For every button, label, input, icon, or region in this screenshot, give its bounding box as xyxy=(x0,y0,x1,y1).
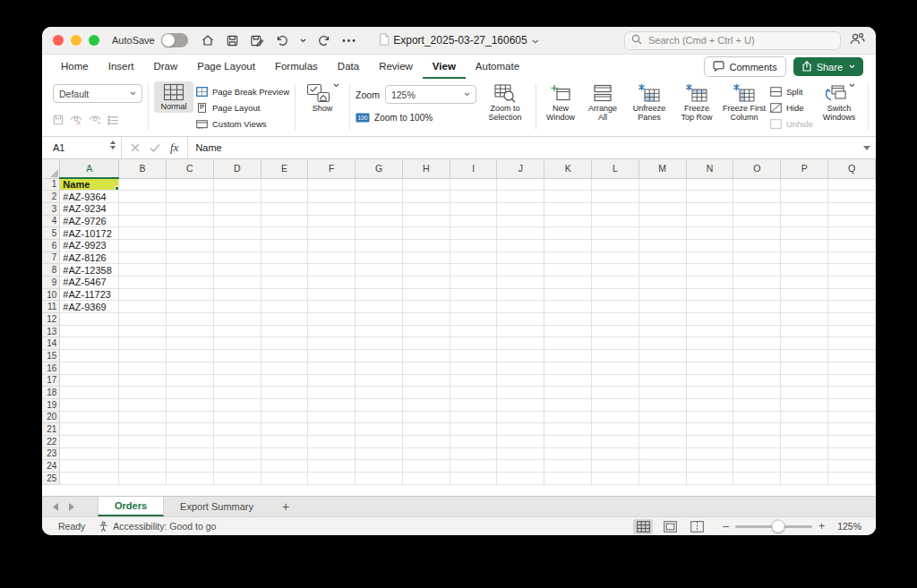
row-header-1[interactable]: 1 xyxy=(42,178,60,191)
status-normal-view-button[interactable] xyxy=(633,519,653,534)
formula-bar-expand-button[interactable] xyxy=(858,137,876,158)
row-header-22[interactable]: 22 xyxy=(42,435,60,447)
column-header-a[interactable]: A xyxy=(60,159,119,178)
cell-A7[interactable]: #AZ-8126 xyxy=(60,251,119,264)
document-title[interactable]: Export_2025-03-27_160605 xyxy=(379,27,538,54)
cell-M19[interactable] xyxy=(638,398,686,411)
cell-K3[interactable] xyxy=(544,202,592,215)
select-all-button[interactable] xyxy=(42,159,60,178)
cell-L20[interactable] xyxy=(592,411,639,423)
page-layout-button[interactable]: Page Layout xyxy=(196,101,289,114)
cell-F24[interactable] xyxy=(308,460,356,473)
cell-K1[interactable] xyxy=(544,178,592,191)
name-box-stepper[interactable] xyxy=(110,141,116,149)
cell-Q19[interactable] xyxy=(828,398,876,411)
cell-G18[interactable] xyxy=(356,387,403,399)
cell-J25[interactable] xyxy=(497,473,544,485)
cell-M18[interactable] xyxy=(638,387,686,399)
cell-P17[interactable] xyxy=(781,374,828,387)
cell-A21[interactable] xyxy=(60,423,119,436)
cell-E24[interactable] xyxy=(261,460,308,473)
cell-F19[interactable] xyxy=(308,398,356,411)
cell-E25[interactable] xyxy=(261,473,308,485)
cell-J17[interactable] xyxy=(497,374,544,387)
cell-D5[interactable] xyxy=(213,227,261,240)
cell-M24[interactable] xyxy=(638,460,686,473)
undo-menu-chevron-icon[interactable] xyxy=(300,38,306,43)
cell-E14[interactable] xyxy=(261,337,308,350)
cell-K17[interactable] xyxy=(544,374,592,387)
cell-N9[interactable] xyxy=(686,277,733,289)
cell-N11[interactable] xyxy=(686,301,733,313)
cell-H2[interactable] xyxy=(402,191,450,203)
tab-formulas[interactable]: Formulas xyxy=(265,55,328,79)
cell-Q25[interactable] xyxy=(828,473,876,485)
cell-L7[interactable] xyxy=(592,251,639,264)
cell-J5[interactable] xyxy=(497,227,544,240)
cell-I21[interactable] xyxy=(450,423,497,436)
cell-I4[interactable] xyxy=(450,215,497,227)
cell-C3[interactable] xyxy=(166,202,213,215)
cell-I5[interactable] xyxy=(450,227,497,240)
cell-N4[interactable] xyxy=(686,215,733,227)
arrange-all-button[interactable]: Arrange All xyxy=(582,81,623,124)
cell-J21[interactable] xyxy=(497,423,544,436)
cell-C10[interactable] xyxy=(166,288,213,301)
cell-H1[interactable] xyxy=(402,178,450,191)
cell-E18[interactable] xyxy=(261,387,308,399)
cell-J4[interactable] xyxy=(497,215,544,227)
sheet-view-dropdown[interactable]: Default xyxy=(53,84,142,103)
cell-D17[interactable] xyxy=(213,374,261,387)
cell-G13[interactable] xyxy=(356,325,403,337)
cell-P13[interactable] xyxy=(781,325,828,337)
sheet-view-options-icon[interactable] xyxy=(107,113,119,129)
more-toolbar-icon[interactable] xyxy=(342,38,356,43)
cell-N3[interactable] xyxy=(686,202,733,215)
cell-E10[interactable] xyxy=(261,288,308,301)
cell-D7[interactable] xyxy=(213,251,261,264)
cell-F3[interactable] xyxy=(308,202,356,215)
cell-C24[interactable] xyxy=(166,460,213,473)
cell-E11[interactable] xyxy=(261,301,308,313)
cell-Q9[interactable] xyxy=(828,277,876,289)
cell-N10[interactable] xyxy=(686,288,733,301)
cell-G10[interactable] xyxy=(356,288,403,301)
cell-H22[interactable] xyxy=(402,435,450,447)
cell-P3[interactable] xyxy=(781,202,828,215)
row-header-24[interactable]: 24 xyxy=(42,460,60,473)
cell-P4[interactable] xyxy=(781,215,828,227)
cell-B17[interactable] xyxy=(119,374,167,387)
cell-A6[interactable]: #AZ-9923 xyxy=(60,239,119,251)
cell-J20[interactable] xyxy=(497,411,544,423)
cell-J13[interactable] xyxy=(497,325,544,337)
cell-O18[interactable] xyxy=(733,387,781,399)
cell-Q7[interactable] xyxy=(828,251,876,264)
formula-content[interactable]: Name xyxy=(188,142,858,153)
cell-N22[interactable] xyxy=(686,435,733,447)
column-header-o[interactable]: O xyxy=(733,159,781,178)
cell-F20[interactable] xyxy=(308,411,356,423)
cell-G15[interactable] xyxy=(356,350,403,362)
cell-G16[interactable] xyxy=(356,362,403,374)
cell-D12[interactable] xyxy=(213,313,261,326)
page-break-preview-button[interactable]: Page Break Preview xyxy=(196,85,289,98)
cell-M6[interactable] xyxy=(638,239,686,251)
cell-C20[interactable] xyxy=(166,411,213,423)
unfreeze-panes-button[interactable]: Unfreeze Panes xyxy=(626,81,673,124)
cell-H6[interactable] xyxy=(402,239,450,251)
cell-A14[interactable] xyxy=(60,337,119,350)
cell-P14[interactable] xyxy=(781,337,828,350)
cell-K11[interactable] xyxy=(544,301,592,313)
cell-F15[interactable] xyxy=(308,350,356,362)
tab-automate[interactable]: Automate xyxy=(466,55,529,79)
cell-L24[interactable] xyxy=(592,460,639,473)
cell-P9[interactable] xyxy=(781,277,828,289)
cell-E9[interactable] xyxy=(261,277,308,289)
cell-B12[interactable] xyxy=(119,313,167,326)
row-header-13[interactable]: 13 xyxy=(42,325,60,337)
cell-F7[interactable] xyxy=(308,251,356,264)
cell-O14[interactable] xyxy=(733,337,781,350)
new-sheet-view-icon[interactable] xyxy=(89,113,101,129)
row-header-10[interactable]: 10 xyxy=(42,288,60,301)
cell-A13[interactable] xyxy=(60,325,119,337)
